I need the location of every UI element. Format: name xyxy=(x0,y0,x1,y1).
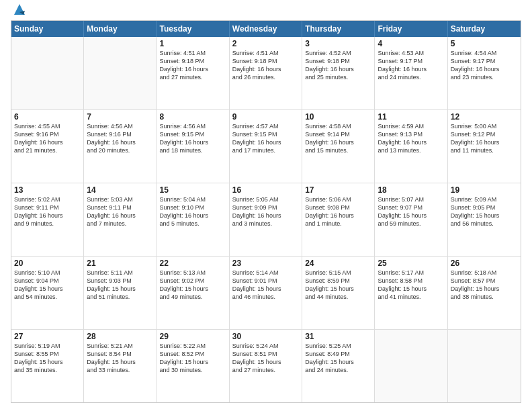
cell-content: Sunrise: 4:52 AM Sunset: 9:18 PM Dayligh… xyxy=(305,49,371,82)
calendar: SundayMondayTuesdayWednesdayThursdayFrid… xyxy=(11,20,521,403)
cell-content: Sunrise: 5:00 AM Sunset: 9:12 PM Dayligh… xyxy=(451,122,518,155)
day-number: 6 xyxy=(14,112,81,122)
calendar-cell: 5Sunrise: 4:54 AM Sunset: 9:17 PM Daylig… xyxy=(448,37,521,109)
calendar-header-day: Saturday xyxy=(448,21,521,37)
cell-content: Sunrise: 4:51 AM Sunset: 9:18 PM Dayligh… xyxy=(232,49,299,82)
cell-content: Sunrise: 5:13 AM Sunset: 9:02 PM Dayligh… xyxy=(160,269,226,302)
day-number: 24 xyxy=(305,259,371,268)
cell-content: Sunrise: 5:17 AM Sunset: 8:58 PM Dayligh… xyxy=(378,269,444,302)
calendar-header-day: Tuesday xyxy=(157,21,230,37)
day-number: 10 xyxy=(305,112,371,122)
calendar-cell: 13Sunrise: 5:02 AM Sunset: 9:11 PM Dayli… xyxy=(11,183,84,256)
calendar-cell: 16Sunrise: 5:05 AM Sunset: 9:09 PM Dayli… xyxy=(230,183,302,256)
calendar-cell: 23Sunrise: 5:14 AM Sunset: 9:01 PM Dayli… xyxy=(230,257,302,329)
calendar-row: 27Sunrise: 5:19 AM Sunset: 8:55 PM Dayli… xyxy=(11,330,521,402)
calendar-cell: 31Sunrise: 5:25 AM Sunset: 8:49 PM Dayli… xyxy=(302,330,375,402)
day-number: 7 xyxy=(87,112,153,122)
day-number: 5 xyxy=(451,39,518,48)
cell-content: Sunrise: 5:19 AM Sunset: 8:55 PM Dayligh… xyxy=(14,342,81,375)
cell-content: Sunrise: 4:55 AM Sunset: 9:16 PM Dayligh… xyxy=(14,122,81,155)
cell-content: Sunrise: 5:14 AM Sunset: 9:01 PM Dayligh… xyxy=(232,269,299,302)
day-number: 18 xyxy=(378,185,444,195)
cell-content: Sunrise: 5:22 AM Sunset: 8:52 PM Dayligh… xyxy=(160,342,226,375)
calendar-row: 6Sunrise: 4:55 AM Sunset: 9:16 PM Daylig… xyxy=(11,110,521,183)
calendar-header-day: Friday xyxy=(375,21,447,37)
calendar-header-day: Monday xyxy=(84,21,157,37)
calendar-cell: 29Sunrise: 5:22 AM Sunset: 8:52 PM Dayli… xyxy=(157,330,230,402)
cell-content: Sunrise: 5:15 AM Sunset: 8:59 PM Dayligh… xyxy=(305,269,371,302)
calendar-cell xyxy=(448,330,521,402)
cell-content: Sunrise: 5:02 AM Sunset: 9:11 PM Dayligh… xyxy=(14,195,81,228)
calendar-cell: 1Sunrise: 4:51 AM Sunset: 9:18 PM Daylig… xyxy=(157,37,230,109)
calendar-cell xyxy=(375,330,447,402)
calendar-body: 1Sunrise: 4:51 AM Sunset: 9:18 PM Daylig… xyxy=(11,37,521,402)
calendar-cell: 18Sunrise: 5:07 AM Sunset: 9:07 PM Dayli… xyxy=(375,183,447,256)
calendar-header-day: Sunday xyxy=(11,21,84,37)
cell-content: Sunrise: 5:24 AM Sunset: 8:51 PM Dayligh… xyxy=(232,342,299,375)
cell-content: Sunrise: 4:51 AM Sunset: 9:18 PM Dayligh… xyxy=(160,49,226,82)
day-number: 3 xyxy=(305,39,371,48)
cell-content: Sunrise: 5:05 AM Sunset: 9:09 PM Dayligh… xyxy=(232,195,299,228)
calendar-header-row: SundayMondayTuesdayWednesdayThursdayFrid… xyxy=(11,21,521,37)
day-number: 13 xyxy=(14,185,81,195)
calendar-cell xyxy=(84,37,157,109)
day-number: 28 xyxy=(87,332,153,341)
calendar-row: 1Sunrise: 4:51 AM Sunset: 9:18 PM Daylig… xyxy=(11,37,521,110)
calendar-cell: 21Sunrise: 5:11 AM Sunset: 9:03 PM Dayli… xyxy=(84,257,157,329)
cell-content: Sunrise: 5:10 AM Sunset: 9:04 PM Dayligh… xyxy=(14,269,81,302)
cell-content: Sunrise: 5:09 AM Sunset: 9:05 PM Dayligh… xyxy=(451,195,518,228)
cell-content: Sunrise: 4:53 AM Sunset: 9:17 PM Dayligh… xyxy=(378,49,444,82)
day-number: 25 xyxy=(378,259,444,268)
day-number: 27 xyxy=(14,332,81,341)
cell-content: Sunrise: 4:56 AM Sunset: 9:15 PM Dayligh… xyxy=(160,122,226,155)
day-number: 15 xyxy=(160,185,226,195)
day-number: 21 xyxy=(87,259,153,268)
calendar-cell: 15Sunrise: 5:04 AM Sunset: 9:10 PM Dayli… xyxy=(157,183,230,256)
day-number: 30 xyxy=(232,332,299,341)
day-number: 22 xyxy=(160,259,226,268)
calendar-row: 13Sunrise: 5:02 AM Sunset: 9:11 PM Dayli… xyxy=(11,183,521,257)
calendar-cell: 3Sunrise: 4:52 AM Sunset: 9:18 PM Daylig… xyxy=(302,37,375,109)
calendar-cell: 14Sunrise: 5:03 AM Sunset: 9:11 PM Dayli… xyxy=(84,183,157,256)
day-number: 19 xyxy=(451,185,518,195)
calendar-header-day: Wednesday xyxy=(230,21,302,37)
day-number: 11 xyxy=(378,112,444,122)
calendar-cell: 25Sunrise: 5:17 AM Sunset: 8:58 PM Dayli… xyxy=(375,257,447,329)
calendar-cell: 24Sunrise: 5:15 AM Sunset: 8:59 PM Dayli… xyxy=(302,257,375,329)
calendar-cell: 26Sunrise: 5:18 AM Sunset: 8:57 PM Dayli… xyxy=(448,257,521,329)
calendar-header-day: Thursday xyxy=(302,21,375,37)
calendar-cell: 2Sunrise: 4:51 AM Sunset: 9:18 PM Daylig… xyxy=(230,37,302,109)
calendar-cell: 4Sunrise: 4:53 AM Sunset: 9:17 PM Daylig… xyxy=(375,37,447,109)
cell-content: Sunrise: 5:04 AM Sunset: 9:10 PM Dayligh… xyxy=(160,195,226,228)
cell-content: Sunrise: 5:11 AM Sunset: 9:03 PM Dayligh… xyxy=(87,269,153,302)
day-number: 26 xyxy=(451,259,518,268)
calendar-cell: 20Sunrise: 5:10 AM Sunset: 9:04 PM Dayli… xyxy=(11,257,84,329)
calendar-cell: 30Sunrise: 5:24 AM Sunset: 8:51 PM Dayli… xyxy=(230,330,302,402)
calendar-cell: 28Sunrise: 5:21 AM Sunset: 8:54 PM Dayli… xyxy=(84,330,157,402)
cell-content: Sunrise: 5:06 AM Sunset: 9:08 PM Dayligh… xyxy=(305,195,371,228)
calendar-cell: 9Sunrise: 4:57 AM Sunset: 9:15 PM Daylig… xyxy=(230,110,302,183)
day-number: 12 xyxy=(451,112,518,122)
cell-content: Sunrise: 4:56 AM Sunset: 9:16 PM Dayligh… xyxy=(87,122,153,155)
calendar-cell: 17Sunrise: 5:06 AM Sunset: 9:08 PM Dayli… xyxy=(302,183,375,256)
calendar-cell: 22Sunrise: 5:13 AM Sunset: 9:02 PM Dayli… xyxy=(157,257,230,329)
day-number: 14 xyxy=(87,185,153,195)
day-number: 29 xyxy=(160,332,226,341)
calendar-cell: 6Sunrise: 4:55 AM Sunset: 9:16 PM Daylig… xyxy=(11,110,84,183)
day-number: 17 xyxy=(305,185,371,195)
calendar-cell: 8Sunrise: 4:56 AM Sunset: 9:15 PM Daylig… xyxy=(157,110,230,183)
day-number: 16 xyxy=(232,185,299,195)
calendar-cell: 19Sunrise: 5:09 AM Sunset: 9:05 PM Dayli… xyxy=(448,183,521,256)
day-number: 8 xyxy=(160,112,226,122)
day-number: 2 xyxy=(232,39,299,48)
cell-content: Sunrise: 5:03 AM Sunset: 9:11 PM Dayligh… xyxy=(87,195,153,228)
day-number: 20 xyxy=(14,259,81,268)
cell-content: Sunrise: 4:58 AM Sunset: 9:14 PM Dayligh… xyxy=(305,122,371,155)
calendar-cell: 11Sunrise: 4:59 AM Sunset: 9:13 PM Dayli… xyxy=(375,110,447,183)
cell-content: Sunrise: 5:18 AM Sunset: 8:57 PM Dayligh… xyxy=(451,269,518,302)
cell-content: Sunrise: 5:07 AM Sunset: 9:07 PM Dayligh… xyxy=(378,195,444,228)
day-number: 4 xyxy=(378,39,444,48)
day-number: 9 xyxy=(232,112,299,122)
calendar-cell: 10Sunrise: 4:58 AM Sunset: 9:14 PM Dayli… xyxy=(302,110,375,183)
logo-icon xyxy=(13,3,26,16)
